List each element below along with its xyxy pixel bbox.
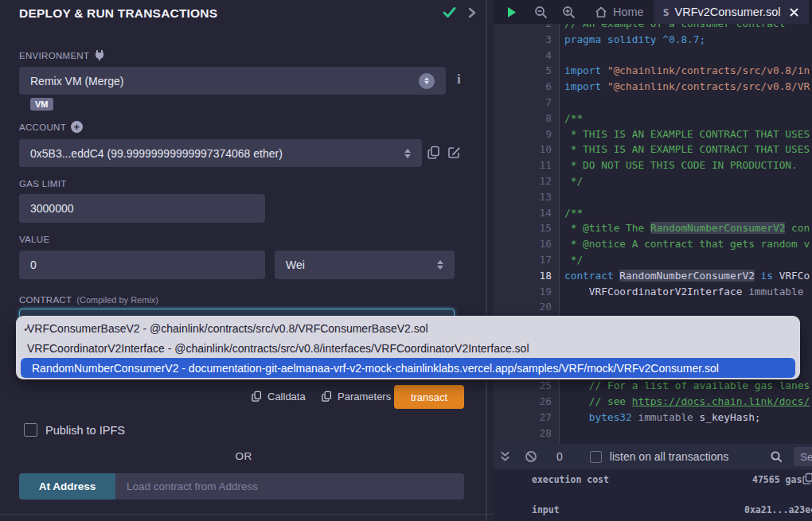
code-line[interactable]: 16 * @notice A contract that gets random… <box>494 236 812 252</box>
code-line[interactable]: 26 // see https://docs.chain.link/docs/ <box>494 394 812 410</box>
line-number: 19 <box>494 284 560 300</box>
plug-icon <box>94 49 105 61</box>
code-text <box>560 426 564 441</box>
code-text: * @notice A contract that gets random v <box>560 236 810 252</box>
solidity-file-icon: S <box>663 6 670 18</box>
code-line[interactable]: 12 */ <box>494 173 812 189</box>
publish-ipfs-checkbox[interactable] <box>24 423 37 437</box>
code-line[interactable]: 25 // For a list of available gas lanes <box>494 378 812 394</box>
checkmark-icon: ✓ <box>16 323 27 334</box>
code-area[interactable]: 2// An example of a consumer contract3pr… <box>494 24 812 444</box>
parameters-button[interactable]: Parameters <box>322 391 391 402</box>
line-number: 2 <box>494 24 560 32</box>
code-line[interactable]: 5import "@chainlink/contracts/src/v0.8/i… <box>494 63 812 79</box>
value-unit-select[interactable]: Wei <box>275 251 455 279</box>
line-number: 4 <box>494 48 560 64</box>
line-number: 7 <box>494 95 560 111</box>
account-select[interactable]: 0x5B3...eddC4 (99.99999999999997374068 e… <box>19 139 422 167</box>
contract-sublabel: (Compiled by Remix) <box>76 295 158 305</box>
zoom-out-icon[interactable] <box>534 6 548 19</box>
contract-dropdown-item-label: VRFCoordinatorV2Interface - @chainlink/c… <box>27 342 529 355</box>
contract-dropdown-item[interactable]: VRFCoordinatorV2Interface - @chainlink/c… <box>16 338 800 358</box>
tab-vrfv2consumer[interactable]: S VRFv2Consumer.sol <box>654 0 810 24</box>
code-text: * THIS IS AN EXAMPLE CONTRACT THAT USES <box>560 126 810 142</box>
line-number: 3 <box>494 32 560 48</box>
listen-all-transactions-label: listen on all transactions <box>610 450 728 463</box>
value-unit: Wei <box>286 259 305 271</box>
calldata-button[interactable]: Calldata <box>252 391 306 402</box>
code-text <box>560 189 564 205</box>
code-line[interactable]: 14/** <box>494 205 812 221</box>
code-line[interactable]: 13 <box>494 189 812 205</box>
code-line[interactable]: 20 <box>494 299 812 315</box>
at-address-button[interactable]: At Address <box>19 473 115 500</box>
clear-console-ban-icon[interactable] <box>525 450 537 463</box>
terminal-search-input[interactable] <box>794 447 812 466</box>
code-line[interactable]: 4 <box>494 48 812 64</box>
listen-all-transactions-checkbox[interactable] <box>590 451 602 463</box>
collapse-panel-chevron-icon[interactable] <box>467 6 478 19</box>
code-text: // For a list of available gas lanes <box>560 378 810 394</box>
code-text: */ <box>560 173 583 189</box>
environment-info-icon[interactable]: i <box>457 72 461 87</box>
code-text: * THIS IS AN EXAMPLE CONTRACT THAT USES <box>560 142 810 157</box>
contract-dropdown-menu: ✓VRFConsumerBaseV2 - @chainlink/contract… <box>16 316 800 379</box>
copy-account-icon[interactable] <box>427 146 440 160</box>
code-line[interactable]: 9 * THIS IS AN EXAMPLE CONTRACT THAT USE… <box>494 126 812 142</box>
code-line[interactable]: 28 <box>494 426 812 441</box>
code-line[interactable]: 17 */ <box>494 252 812 268</box>
select-arrows-icon <box>419 73 435 89</box>
transaction-count: 0 <box>556 450 563 463</box>
line-number: 15 <box>494 220 560 236</box>
contract-dropdown-item[interactable]: RandomNumberConsumerV2 - documentation-g… <box>21 358 795 378</box>
zoom-in-icon[interactable] <box>562 6 576 19</box>
code-line[interactable]: 18contract RandomNumberConsumerV2 is VRF… <box>494 268 812 284</box>
code-line[interactable]: 7 <box>494 95 812 111</box>
code-text: // see https://docs.chain.link/docs/ <box>560 394 810 410</box>
edit-account-icon[interactable] <box>447 146 461 159</box>
code-line[interactable]: 6import "@chainlink/contracts/src/v0.8/V… <box>494 79 812 95</box>
line-number: 17 <box>494 252 560 268</box>
at-address-input[interactable] <box>115 473 464 500</box>
line-number: 16 <box>494 236 560 252</box>
code-line[interactable]: 10 * THIS IS AN EXAMPLE CONTRACT THAT US… <box>494 142 812 157</box>
environment-select[interactable]: Remix VM (Merge) <box>19 67 446 95</box>
contract-dropdown-item[interactable]: ✓VRFConsumerBaseV2 - @chainlink/contract… <box>16 318 800 338</box>
code-line[interactable]: 27 bytes32 immutable s_keyHash; <box>494 410 812 426</box>
close-tab-icon[interactable] <box>789 7 799 17</box>
copy-icon <box>322 391 332 402</box>
gas-limit-label: GAS LIMIT <box>19 179 67 189</box>
remix-ide-window: DEPLOY & RUN TRANSACTIONS ENVIRONMENT Re… <box>0 0 812 521</box>
contract-label: CONTRACT (Compiled by Remix) <box>19 295 158 305</box>
code-editor: Home S VRFv2Consumer.sol 2// An example … <box>494 0 812 521</box>
transact-button[interactable]: transact <box>394 385 464 409</box>
copy-value-icon[interactable] <box>802 472 812 485</box>
home-icon <box>595 6 607 18</box>
code-line[interactable]: 8/** <box>494 111 812 126</box>
add-account-icon[interactable]: + <box>71 121 83 133</box>
code-line[interactable]: 15 * @title The RandomNumberConsumerV2 c… <box>494 220 812 236</box>
terminal-row-key: execution cost <box>532 474 609 485</box>
line-number: 14 <box>494 205 560 221</box>
code-text: /** <box>560 111 583 126</box>
line-number: 11 <box>494 157 560 173</box>
run-script-play-icon[interactable] <box>505 6 518 19</box>
line-number: 20 <box>494 299 560 315</box>
value-input[interactable] <box>19 251 265 279</box>
line-number: 25 <box>494 378 560 394</box>
code-text: pragma solidity ^0.8.7; <box>560 32 705 48</box>
gas-limit-input[interactable] <box>19 194 265 223</box>
copy-icon <box>252 391 262 402</box>
code-text: /** <box>560 205 583 221</box>
expand-terminal-chevrons-icon[interactable] <box>500 451 510 463</box>
code-line[interactable]: 11 * DO NOT USE THIS CODE IN PRODUCTION. <box>494 157 812 173</box>
code-line[interactable]: 2// An example of a consumer contract <box>494 24 812 32</box>
editor-tabbar: Home S VRFv2Consumer.sol <box>494 0 812 24</box>
compile-success-check-icon <box>442 5 457 20</box>
tab-home[interactable]: Home <box>585 0 654 24</box>
code-line[interactable]: 19 VRFCoordinatorV2Interface immutable <box>494 284 812 300</box>
panel-scrollbar[interactable] <box>486 0 487 521</box>
code-line[interactable]: 3pragma solidity ^0.8.7; <box>494 32 812 48</box>
terminal-row-value: 47565 gas <box>752 474 802 485</box>
terminal-toolbar: 0 listen on all transactions <box>494 444 812 469</box>
